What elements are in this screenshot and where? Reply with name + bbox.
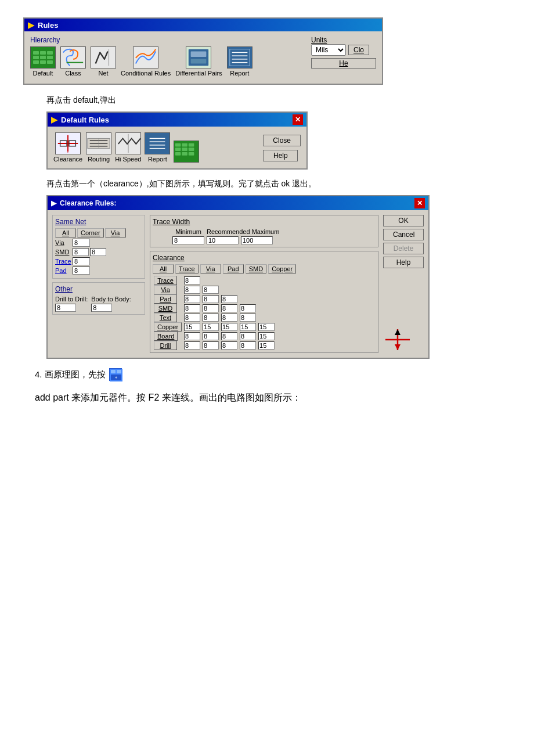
default-rules-title: Default Rules	[61, 116, 109, 124]
ct-copper-v5[interactable]	[258, 323, 275, 331]
ct-text-v2[interactable]	[203, 314, 219, 322]
help-btn[interactable]: He	[311, 58, 376, 69]
ct-btn-trace[interactable]: Trace	[175, 264, 199, 273]
ct-smd-v1[interactable]	[184, 304, 200, 312]
cr-btn-corner[interactable]: Corner	[77, 228, 104, 237]
report-label: Report	[230, 70, 249, 77]
svg-rect-1	[33, 51, 39, 55]
ct-board-v2[interactable]	[203, 332, 219, 340]
ct-drill-v3[interactable]	[221, 341, 237, 350]
units-label: Units	[311, 36, 376, 44]
ct-copper-v1[interactable]	[184, 323, 200, 331]
ct-btn-via[interactable]: Via	[200, 264, 221, 273]
ct-btn-smd[interactable]: SMD	[246, 264, 266, 273]
cr-help-btn[interactable]: Help	[383, 257, 424, 268]
drill-label: Drill to Drill:	[55, 296, 88, 303]
svg-rect-17	[191, 52, 207, 57]
ct-pad-v3[interactable]	[221, 295, 237, 303]
dr-tool-chip[interactable]	[174, 141, 199, 163]
ct-smd-v3[interactable]	[221, 304, 237, 312]
cr-btn-via[interactable]: Via	[105, 228, 126, 237]
ct-row-board-btn[interactable]: Board	[154, 332, 178, 341]
ct-board-v1[interactable]	[184, 332, 200, 340]
tool-net[interactable]: Net	[91, 46, 116, 77]
same-net-section: Same Net All Corner Via Via SMD	[52, 215, 145, 279]
cr-btn-all[interactable]: All	[55, 228, 76, 237]
rules-units-area: Units Mils Inches mm Clo He	[306, 36, 376, 69]
drill-input[interactable]	[55, 304, 76, 312]
ct-pad-v1[interactable]	[184, 295, 200, 303]
tw-rec-input[interactable]	[207, 236, 239, 244]
dr-icons-area: ↕ Clearance	[53, 132, 199, 163]
ct-drill-v4[interactable]	[240, 341, 256, 350]
units-select[interactable]: Mils Inches mm	[311, 44, 346, 56]
dr-close-btn[interactable]: Close	[263, 135, 301, 146]
cr-close-x-btn[interactable]: ✕	[414, 198, 425, 208]
ct-copper-v2[interactable]	[203, 323, 219, 331]
tw-max-input[interactable]	[241, 236, 273, 244]
ct-row-smd-btn[interactable]: SMD	[154, 304, 177, 313]
smd-input2[interactable]	[90, 248, 106, 256]
ct-text-v3[interactable]	[221, 314, 237, 322]
dr-tool-clearance[interactable]: ↕ Clearance	[53, 132, 82, 163]
ct-row-text-btn[interactable]: Text	[154, 313, 177, 322]
ct-btn-all[interactable]: All	[153, 264, 174, 273]
ct-row-copper-btn[interactable]: Copper	[154, 322, 182, 332]
tool-report[interactable]: Report	[227, 46, 252, 77]
ct-row-trace-btn[interactable]: Trace	[154, 276, 177, 285]
other-label: Other	[55, 285, 142, 293]
ct-row-pad-btn[interactable]: Pad	[154, 294, 177, 304]
dr-report-label: Report	[148, 156, 167, 163]
ct-board-v4[interactable]	[240, 332, 256, 340]
ct-copper-v4[interactable]	[240, 323, 256, 331]
ct-via-v2[interactable]	[203, 286, 219, 294]
ct-row-via-btn[interactable]: Via	[154, 285, 177, 294]
ct-row-drill: Drill	[153, 341, 276, 350]
dr-close-x-btn[interactable]: ✕	[293, 114, 303, 125]
tw-min-input[interactable]	[172, 236, 204, 244]
tool-default[interactable]: Default	[30, 46, 56, 77]
ct-copper-v3[interactable]	[221, 323, 237, 331]
ct-btn-pad[interactable]: Pad	[223, 264, 244, 273]
ct-text-v4[interactable]	[240, 314, 256, 322]
dr-help-btn[interactable]: Help	[263, 150, 298, 161]
svg-rect-18	[191, 59, 207, 64]
close-btn[interactable]: Clo	[348, 45, 369, 55]
smd-input1[interactable]	[73, 248, 89, 256]
ct-table: Trace Via	[153, 276, 276, 350]
tw-rec-header: Recommended	[207, 228, 247, 235]
svg-rect-20	[230, 49, 250, 66]
dr-tool-routing[interactable]: Routing	[86, 132, 111, 163]
body-input[interactable]	[91, 304, 112, 312]
clearance-content: Same Net All Corner Via Via SMD	[48, 210, 428, 358]
ct-drill-v5[interactable]	[258, 341, 275, 350]
tw-empty	[153, 228, 170, 235]
tool-class[interactable]: Class	[60, 46, 86, 77]
ct-text-v1[interactable]	[184, 314, 200, 322]
ct-drill-v1[interactable]	[184, 341, 200, 350]
ct-board-v3[interactable]	[221, 332, 237, 340]
svg-rect-7	[33, 60, 39, 64]
ct-pad-v2[interactable]	[203, 295, 219, 303]
via-input[interactable]	[73, 239, 90, 247]
ct-drill-v2[interactable]	[203, 341, 219, 350]
dr-tool-hispeed[interactable]: Hi Speed	[115, 132, 141, 163]
ct-smd-v4[interactable]	[240, 304, 256, 312]
cr-delete-btn[interactable]: Delete	[383, 243, 424, 254]
tool-conditional[interactable]: Conditional Rules	[121, 46, 171, 77]
tool-differential[interactable]: Differential Pairs	[175, 46, 222, 77]
drill-col: Drill to Drill:	[55, 296, 88, 312]
ct-smd-v2[interactable]	[203, 304, 219, 312]
dr-tool-report[interactable]: Report	[145, 132, 170, 163]
trace-input[interactable]	[73, 257, 90, 265]
ct-via-v1[interactable]	[184, 286, 200, 294]
ct-row-drill-btn[interactable]: Drill	[154, 341, 177, 350]
ct-board-v5[interactable]	[258, 332, 275, 340]
cr-ok-btn[interactable]: OK	[383, 215, 424, 226]
pad-input[interactable]	[73, 267, 90, 275]
cr-cancel-btn[interactable]: Cancel	[383, 229, 424, 240]
ct-trace-v1[interactable]	[184, 276, 200, 285]
svg-marker-56	[395, 329, 400, 335]
ct-btn-copper[interactable]: Copper	[268, 264, 296, 273]
tw-title: Trace Width	[153, 218, 376, 226]
